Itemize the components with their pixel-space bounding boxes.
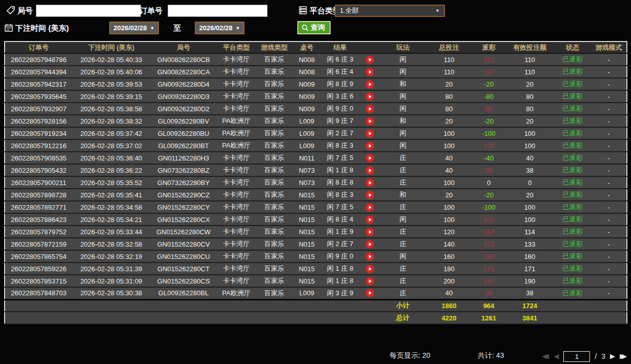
cell-game-type: 百家乐 (256, 53, 293, 66)
tag-icon (6, 6, 15, 15)
cell-game-mode: - (591, 53, 627, 66)
cell-round-no: GN015262280CZ (150, 189, 217, 201)
cell-bet-time: 2026-02-28 05:31:39 (72, 262, 150, 275)
cell-payout: 110 (472, 53, 505, 66)
replay-play-button[interactable] (365, 105, 374, 113)
replay-play-button[interactable] (365, 141, 374, 150)
replay-play-button[interactable] (365, 228, 374, 236)
cell-valid-bet: 110 (505, 53, 554, 66)
cell-platform: 卡卡湾厅 (217, 275, 256, 287)
subtotal-row: 小计 1860 964 1724 (5, 299, 627, 312)
cell-game-mode: - (591, 262, 627, 275)
cell-round-no: GN015262280CY (150, 201, 217, 213)
replay-play-button[interactable] (365, 277, 374, 286)
cell-payout: -20 (472, 115, 505, 127)
replay-play-button[interactable] (365, 154, 374, 163)
platform-type-select[interactable]: 1.全部 ▼ (335, 5, 445, 17)
cell-status: 已派彩 (554, 127, 591, 139)
cell-valid-bet: 20 (505, 78, 554, 90)
replay-play-button[interactable] (365, 240, 374, 249)
replay-play-button[interactable] (365, 191, 374, 199)
chevron-down-icon: ▼ (435, 8, 440, 13)
replay-play-button[interactable] (365, 68, 374, 76)
first-page-icon[interactable]: ◀◀ (542, 351, 549, 362)
bet-records-screen: 局号 订单号 平台类型 1.全部 ▼ (0, 0, 631, 364)
replay-play-button[interactable] (365, 178, 374, 187)
cell-round-no: GN011262280H3 (150, 152, 217, 164)
cell-game-mode: - (591, 78, 627, 90)
cell-game-type: 百家乐 (256, 139, 293, 152)
cell-game-mode: - (591, 213, 627, 226)
cell-play-type: 和 (380, 78, 426, 90)
replay-play-button[interactable] (365, 215, 374, 224)
cell-game-mode: - (591, 152, 627, 164)
cell-bet-time: 2026-02-28 05:36:40 (72, 152, 150, 164)
cell-status: 已派彩 (554, 287, 591, 299)
cell-bet-time: 2026-02-28 05:33:44 (72, 226, 150, 238)
cell-payout: -40 (472, 152, 505, 164)
replay-play-button[interactable] (365, 92, 374, 101)
date-from-select[interactable]: 2026/02/28 ▼ (109, 22, 159, 34)
cell-total-bet: 100 (426, 139, 472, 152)
cell-platform: 卡卡湾厅 (217, 103, 256, 115)
last-page-icon[interactable]: ▶▶ (620, 351, 627, 362)
cell-result: 闲 1 庄 8 (321, 262, 359, 275)
cell-valid-bet: 80 (505, 103, 554, 115)
cell-round-no: GN009262280D2 (150, 103, 217, 115)
replay-play-button[interactable] (365, 252, 374, 261)
cell-status: 已派彩 (554, 189, 591, 201)
play-icon (365, 80, 374, 89)
cell-status: 已派彩 (554, 275, 591, 287)
replay-play-button[interactable] (365, 289, 374, 297)
cell-replay (359, 139, 380, 152)
cell-round-no: GN008262280CB (150, 53, 217, 66)
replay-play-button[interactable] (365, 265, 374, 273)
page-number-input[interactable] (563, 351, 590, 362)
cell-round-no: GN009262280D3 (150, 90, 217, 103)
cell-table-no: N011 (293, 152, 321, 164)
table-row: 260228057865754 2026-02-28 05:32:19 GN01… (5, 250, 627, 262)
replay-play-button[interactable] (365, 166, 374, 175)
table-row: 260228057886423 2026-02-28 05:34:21 GN01… (5, 213, 627, 226)
cell-order-no: 260228057872159 (5, 238, 72, 250)
cell-bet-time: 2026-02-28 05:32:19 (72, 250, 150, 262)
cell-valid-bet: 20 (505, 189, 554, 201)
cell-payout: -100 (472, 127, 505, 139)
table-header: 订单号 下注时间 (美东) 局号 平台类型 游戏类型 桌号 结果 玩法 总投注 … (5, 42, 627, 53)
date-to-select[interactable]: 2026/02/28 ▼ (195, 22, 245, 34)
cell-game-mode: - (591, 275, 627, 287)
cell-order-no: 260228057879752 (5, 226, 72, 238)
replay-play-button[interactable] (365, 80, 374, 89)
replay-play-button[interactable] (365, 203, 374, 212)
col-header-total-bet: 总投注 (426, 42, 472, 53)
cell-total-bet: 80 (426, 103, 472, 115)
play-icon (365, 289, 374, 297)
cell-result: 闲 7 庄 5 (321, 152, 359, 164)
cell-game-mode: - (591, 90, 627, 103)
cell-order-no: 260228057919234 (5, 127, 72, 139)
replay-play-button[interactable] (365, 117, 374, 126)
replay-play-button[interactable] (365, 55, 374, 64)
cell-platform: 卡卡湾厅 (217, 262, 256, 275)
round-no-label: 局号 (17, 4, 33, 17)
cell-total-bet: 100 (426, 213, 472, 226)
cell-round-no: GN073262280BY (150, 176, 217, 189)
replay-play-button[interactable] (365, 129, 374, 138)
prev-page-icon[interactable]: ◀ (554, 351, 559, 362)
cell-play-type: 庄 (380, 164, 426, 176)
cell-payout: 133 (472, 238, 505, 250)
cell-status: 已派彩 (554, 164, 591, 176)
cell-order-no: 260228057908535 (5, 152, 72, 164)
next-page-icon[interactable]: ▶ (610, 351, 615, 362)
search-button[interactable]: 查询 (297, 21, 331, 34)
cell-round-no: GL009262280BU (150, 127, 217, 139)
cell-platform: PA欧洲厅 (217, 127, 256, 139)
cell-platform: PA欧洲厅 (217, 139, 256, 152)
round-no-input[interactable] (36, 5, 141, 17)
cell-table-no: N009 (293, 103, 321, 115)
cell-valid-bet: 100 (505, 213, 554, 226)
order-no-input[interactable] (168, 5, 268, 17)
table-row: 260228057919234 2026-02-28 05:37:42 GL00… (5, 127, 627, 139)
table-row: 260228057872159 2026-02-28 05:32:58 GN01… (5, 238, 627, 250)
cell-platform: PA欧洲厅 (217, 287, 256, 299)
